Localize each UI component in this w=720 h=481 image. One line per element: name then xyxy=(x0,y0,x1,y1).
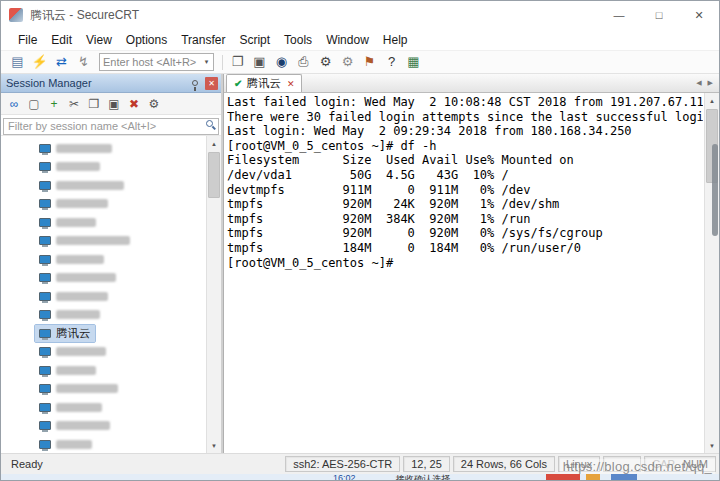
tree-scrollbar[interactable]: ▲ ▼ xyxy=(206,136,221,453)
terminal-line: tmpfs 920M 384K 920M 1% /run xyxy=(227,212,703,227)
terminal-line: devtmpfs 911M 0 911M 0% /dev xyxy=(227,183,703,198)
session-tree-item[interactable] xyxy=(1,306,206,325)
quick-connect-icon[interactable]: ⚡ xyxy=(29,52,50,72)
session-tree-item[interactable] xyxy=(1,250,206,269)
scroll-up-icon[interactable]: ▲ xyxy=(705,93,719,108)
menu-item[interactable]: Edit xyxy=(44,31,79,49)
minimize-button[interactable]: — xyxy=(599,1,639,29)
session-monitor-icon xyxy=(39,255,51,264)
session-tree-item[interactable] xyxy=(1,195,206,214)
find-icon[interactable]: ◉ xyxy=(271,52,292,72)
host-input[interactable] xyxy=(100,54,200,70)
scroll-up-icon[interactable]: ▲ xyxy=(207,136,221,151)
tab-tencent-cloud[interactable]: ✔ 腾讯云 ✕ xyxy=(226,74,302,92)
session-monitor-icon xyxy=(39,421,51,430)
session-monitor-icon xyxy=(39,181,51,190)
session-monitor-icon xyxy=(39,440,51,449)
copy-icon[interactable]: ❐ xyxy=(227,52,248,72)
terminal[interactable]: Last failed login: Wed May 2 10:08:48 CS… xyxy=(224,93,719,453)
add-session-icon[interactable]: + xyxy=(45,95,63,113)
status-ready: Ready xyxy=(4,458,282,470)
reconnect-icon[interactable]: ⇄ xyxy=(51,52,72,72)
session-tree-item[interactable] xyxy=(1,343,206,362)
session-monitor-icon xyxy=(39,144,51,153)
app-icon xyxy=(9,8,23,22)
help-icon[interactable]: ? xyxy=(381,52,402,72)
session-label: 腾讯云 xyxy=(56,326,91,341)
host-dropdown-icon[interactable]: ▾ xyxy=(200,58,213,66)
blurred-session-label xyxy=(56,421,110,430)
status-field: 24 Rows, 66 Cols xyxy=(453,456,555,472)
blurred-session-label xyxy=(56,384,118,393)
viewer-scrollbar-thumb[interactable] xyxy=(712,144,718,236)
connected-check-icon: ✔ xyxy=(234,78,242,89)
disconnect-icon[interactable]: ↯ xyxy=(73,52,94,72)
tab-scroll-right-icon[interactable]: ▶ xyxy=(708,79,713,87)
session-monitor-icon xyxy=(39,236,51,245)
session-filter-input[interactable] xyxy=(3,118,219,135)
connect-session-icon[interactable]: ∞ xyxy=(5,95,23,113)
session-monitor-icon xyxy=(39,199,51,208)
session-tree-item[interactable] xyxy=(1,417,206,436)
keyboard-map-icon[interactable]: ▦ xyxy=(403,52,424,72)
session-options-icon[interactable]: ⚙ xyxy=(337,52,358,72)
session-tree-item[interactable] xyxy=(1,435,206,453)
window-title: 腾讯云 - SecureCRT xyxy=(30,7,139,24)
options-icon[interactable]: ⚙ xyxy=(315,52,336,72)
session-tree-item[interactable] xyxy=(1,361,206,380)
close-button[interactable]: ✕ xyxy=(679,1,719,29)
securecrt-window: 腾讯云 - SecureCRT — □ ✕ FileEditViewOption… xyxy=(0,0,720,481)
menu-item[interactable]: Window xyxy=(319,31,376,49)
blurred-session-label xyxy=(56,310,100,319)
properties-icon[interactable]: ⚙ xyxy=(145,95,163,113)
menu-item[interactable]: Script xyxy=(232,31,277,49)
session-tree-item[interactable] xyxy=(1,213,206,232)
scroll-down-icon[interactable]: ▼ xyxy=(207,438,221,453)
status-field: ssh2: AES-256-CTR xyxy=(285,456,400,472)
menu-item[interactable]: Options xyxy=(119,31,174,49)
menu-item[interactable]: File xyxy=(11,31,44,49)
session-tree-item[interactable] xyxy=(1,287,206,306)
tab-scroll-left-icon[interactable]: ◀ xyxy=(696,79,701,87)
session-tree-item[interactable] xyxy=(1,176,206,195)
menu-item[interactable]: View xyxy=(79,31,119,49)
maximize-button[interactable]: □ xyxy=(639,1,679,29)
session-manager-toolbar: ∞▢+✂❐▣✖⚙ xyxy=(1,93,221,115)
session-tree-item[interactable] xyxy=(1,398,206,417)
session-tree-item[interactable] xyxy=(1,139,206,158)
tree-scrollbar-thumb[interactable] xyxy=(208,152,220,198)
pin-icon[interactable] xyxy=(192,80,198,86)
session-manager-panel: Session Manager ✕ ∞▢+✂❐▣✖⚙ ▲ ▼ xyxy=(1,74,223,453)
blurred-session-label xyxy=(56,236,130,245)
delete-icon[interactable]: ✖ xyxy=(125,95,143,113)
panel-close-icon[interactable]: ✕ xyxy=(205,77,218,90)
session-dialog-icon[interactable]: ▤ xyxy=(7,52,28,72)
terminal-line: Last login: Wed May 2 09:29:34 2018 from… xyxy=(227,124,703,139)
blurred-session-label xyxy=(56,218,96,227)
blurred-session-label xyxy=(56,403,102,412)
new-session-icon[interactable]: ▢ xyxy=(25,95,43,113)
copy-icon[interactable]: ❐ xyxy=(85,95,103,113)
menu-item[interactable]: Transfer xyxy=(174,31,232,49)
menu-item[interactable]: Help xyxy=(376,31,415,49)
paste-icon[interactable]: ▣ xyxy=(105,95,123,113)
session-monitor-icon xyxy=(39,384,51,393)
menu-bar: FileEditViewOptionsTransferScriptToolsWi… xyxy=(1,29,719,50)
session-tree-item[interactable] xyxy=(1,232,206,251)
session-tree-item-tencent-cloud[interactable]: 腾讯云 xyxy=(1,324,206,343)
menu-item[interactable]: Tools xyxy=(277,31,319,49)
session-manager-title: Session Manager xyxy=(6,77,192,89)
session-monitor-icon xyxy=(39,292,51,301)
cut-icon[interactable]: ✂ xyxy=(65,95,83,113)
session-tree-item[interactable] xyxy=(1,380,206,399)
session-tree-item[interactable] xyxy=(1,158,206,177)
tab-close-icon[interactable]: ✕ xyxy=(287,79,295,89)
session-monitor-icon xyxy=(39,310,51,319)
terminal-line: [root@VM_0_5_centos ~]# df -h xyxy=(227,139,703,154)
print-icon[interactable]: ⎙ xyxy=(293,52,314,72)
scroll-down-icon[interactable]: ▼ xyxy=(705,438,719,453)
flag-icon[interactable]: ⚑ xyxy=(359,52,380,72)
paste-icon[interactable]: ▣ xyxy=(249,52,270,72)
session-monitor-icon xyxy=(39,273,51,282)
session-tree-item[interactable] xyxy=(1,269,206,288)
